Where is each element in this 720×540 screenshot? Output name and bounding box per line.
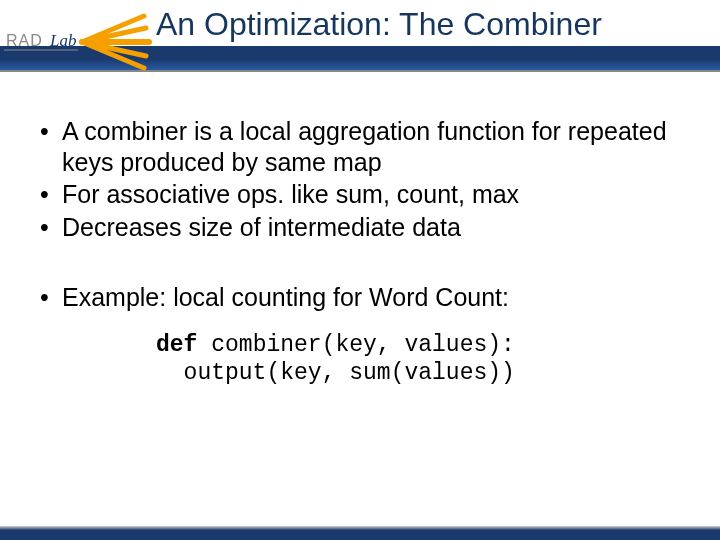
list-item: Decreases size of intermediate data [36,212,684,243]
bullet-list: A combiner is a local aggregation functi… [36,116,684,242]
bullet-list-example: Example: local counting for Word Count: [36,282,684,313]
code-block: def combiner(key, values): output(key, s… [156,331,684,389]
logo-text-rad: RAD [6,32,43,49]
code-line-1: combiner(key, values): [197,332,514,358]
slide-title: An Optimization: The Combiner [156,6,602,43]
slide-body: A combiner is a local aggregation functi… [0,76,720,388]
list-item: Example: local counting for Word Count: [36,282,684,313]
sunburst-icon [82,16,149,68]
logo-text-lab: Lab [49,31,76,50]
footer-band [0,526,720,540]
slide-header: RAD Lab An Optimization: The Combiner [0,0,720,76]
code-keyword: def [156,332,197,358]
code-line-2: output(key, sum(values)) [156,360,515,386]
rad-lab-logo: RAD Lab [4,8,154,72]
list-item: For associative ops. like sum, count, ma… [36,179,684,210]
list-item: A combiner is a local aggregation functi… [36,116,684,177]
